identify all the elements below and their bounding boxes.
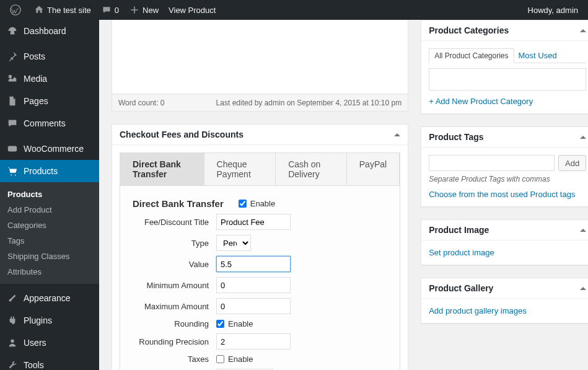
menu-posts[interactable]: Posts	[0, 45, 99, 68]
pin-icon	[6, 50, 19, 63]
wordpress-icon	[10, 4, 21, 15]
toggle-panel-icon[interactable]	[580, 136, 586, 139]
category-list[interactable]	[429, 68, 586, 90]
product-gallery-title: Product Gallery	[429, 283, 493, 293]
menu-woocommerce[interactable]: WooCommerce	[0, 138, 99, 160]
add-tag-button[interactable]: Add	[558, 155, 586, 171]
product-image-title: Product Image	[429, 225, 489, 235]
home-icon	[33, 4, 45, 15]
submenu-products: Products Add Product Categories Tags Shi…	[0, 182, 99, 284]
svg-rect-1	[8, 146, 17, 152]
plug-icon	[6, 314, 19, 327]
menu-users[interactable]: Users	[0, 332, 99, 354]
rounding-precision-input[interactable]	[216, 333, 291, 350]
tab-direct-bank[interactable]: Direct Bank Transfer	[120, 153, 204, 185]
view-product-label: View Product	[169, 6, 216, 15]
menu-products[interactable]: Products	[0, 160, 99, 182]
tag-input[interactable]	[429, 155, 555, 171]
menu-pages[interactable]: Pages	[0, 90, 99, 112]
submenu-attributes[interactable]: Attributes	[0, 264, 99, 280]
tab-paypal[interactable]: PayPal	[347, 153, 400, 185]
submenu-products-all[interactable]: Products	[0, 187, 99, 202]
enable-gateway-checkbox[interactable]	[239, 200, 247, 208]
menu-plugins[interactable]: Plugins	[0, 309, 99, 332]
tag-hint: Separate Product Tags with commas	[429, 175, 586, 183]
comment-count: 0	[115, 6, 119, 15]
toggle-panel-icon[interactable]	[394, 133, 400, 136]
page-icon	[6, 95, 19, 107]
svg-point-2	[11, 340, 14, 343]
product-tags-box: Product Tags Add Separate Product Tags w…	[421, 126, 588, 207]
value-label: Value	[133, 260, 216, 269]
howdy-label: Howdy, admin	[528, 6, 578, 15]
submenu-shipping-classes[interactable]: Shipping Classes	[0, 249, 99, 264]
comments-link[interactable]: 0	[96, 0, 124, 20]
toggle-panel-icon[interactable]	[580, 29, 586, 32]
add-gallery-images-link[interactable]: Add product gallery images	[429, 306, 527, 315]
submenu-tags[interactable]: Tags	[0, 233, 99, 249]
woocommerce-icon	[6, 143, 19, 155]
rounding-enable-label: Enable	[228, 319, 253, 328]
enable-label: Enable	[250, 199, 275, 208]
tab-cheque[interactable]: Cheque Payment	[204, 153, 276, 185]
comment-icon	[101, 4, 112, 15]
value-input[interactable]	[216, 256, 291, 272]
type-label: Type	[133, 239, 216, 248]
admin-bar: The test site 0 New View Product Howdy, …	[0, 0, 588, 20]
howdy-link[interactable]: Howdy, admin	[523, 0, 583, 20]
menu-comments[interactable]: Comments	[0, 112, 99, 134]
set-product-image-link[interactable]: Set product image	[429, 248, 494, 257]
new-link[interactable]: New	[124, 0, 164, 20]
min-amount-input[interactable]	[216, 277, 291, 293]
rounding-precision-label: Rounding Precision	[133, 337, 216, 346]
wp-logo[interactable]	[5, 0, 29, 20]
new-label: New	[143, 6, 159, 15]
cart-icon	[6, 165, 19, 177]
add-new-category-link[interactable]: + Add New Product Category	[429, 97, 533, 106]
wrench-icon	[6, 359, 19, 370]
media-icon	[6, 73, 19, 85]
product-categories-box: Product Categories All Product Categorie…	[421, 20, 588, 114]
gateway-heading: Direct Bank Transfer	[133, 198, 231, 209]
product-categories-title: Product Categories	[429, 25, 509, 35]
max-amount-label: Maximum Amount	[133, 302, 216, 311]
checkout-fees-title: Checkout Fees and Discounts	[120, 130, 244, 139]
toggle-panel-icon[interactable]	[580, 229, 586, 232]
product-image-box: Product Image Set product image	[421, 219, 588, 265]
menu-appearance[interactable]: Appearance	[0, 287, 99, 309]
tab-cod[interactable]: Cash on Delivery	[276, 153, 347, 185]
last-edited: Last edited by admin on September 4, 201…	[216, 99, 402, 107]
product-gallery-box: Product Gallery Add product gallery imag…	[421, 278, 588, 324]
dashboard-icon	[6, 25, 19, 37]
gateway-tabs: Direct Bank Transfer Cheque Payment Cash…	[120, 153, 400, 186]
content-editor[interactable]	[112, 20, 408, 94]
rounding-checkbox[interactable]	[216, 320, 224, 328]
cat-tab-most-used[interactable]: Most Used	[514, 48, 562, 63]
menu-tools[interactable]: Tools	[0, 354, 99, 370]
choose-tags-link[interactable]: Choose from the most used Product tags	[429, 190, 575, 199]
brush-icon	[6, 292, 19, 304]
menu-dashboard[interactable]: Dashboard	[0, 20, 99, 42]
taxes-checkbox[interactable]	[216, 355, 224, 363]
submenu-categories[interactable]: Categories	[0, 218, 99, 233]
word-count: Word count: 0	[118, 99, 164, 107]
product-tags-title: Product Tags	[429, 132, 483, 142]
min-amount-label: Minimum Amount	[133, 281, 216, 290]
editor-status-bar: Word count: 0 Last edited by admin on Se…	[112, 94, 408, 112]
fee-title-input[interactable]	[216, 214, 291, 230]
taxes-label: Taxes	[133, 355, 216, 364]
submenu-add-product[interactable]: Add Product	[0, 202, 99, 218]
taxes-enable-label: Enable	[228, 355, 253, 364]
max-amount-input[interactable]	[216, 298, 291, 314]
cat-tab-all[interactable]: All Product Categories	[429, 48, 514, 63]
comment-icon	[6, 117, 19, 130]
toggle-panel-icon[interactable]	[580, 287, 586, 290]
site-link[interactable]: The test site	[29, 0, 96, 20]
view-product-link[interactable]: View Product	[164, 0, 221, 20]
site-name: The test site	[47, 6, 91, 15]
user-icon	[6, 337, 19, 349]
checkout-fees-box: Checkout Fees and Discounts Direct Bank …	[112, 124, 408, 370]
type-select[interactable]: Percent	[216, 235, 251, 251]
rounding-label: Rounding	[133, 319, 216, 328]
menu-media[interactable]: Media	[0, 68, 99, 90]
